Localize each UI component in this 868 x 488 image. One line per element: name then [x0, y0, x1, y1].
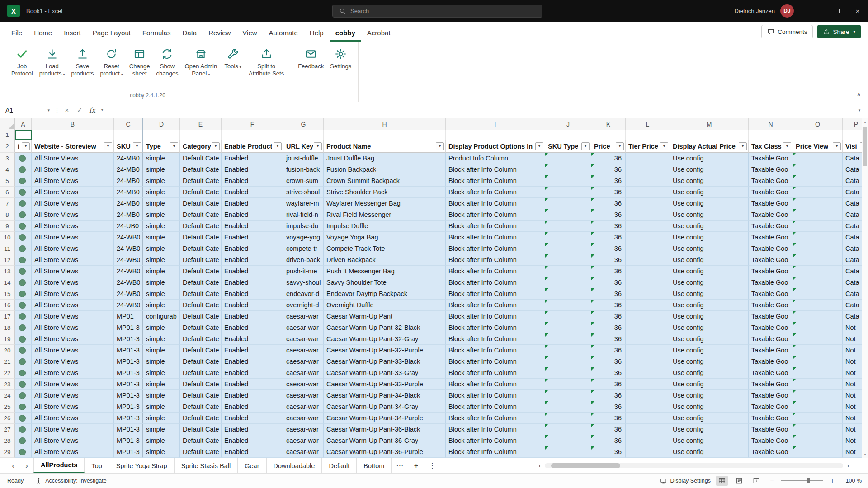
row-header-19[interactable]: 19: [0, 333, 15, 345]
cell-E16[interactable]: Default Cate: [180, 300, 222, 311]
row-header-18[interactable]: 18: [0, 322, 15, 333]
cell-L29[interactable]: [626, 446, 670, 458]
cell-M25[interactable]: Use config: [670, 401, 749, 413]
cell-F3[interactable]: Enabled: [222, 153, 283, 164]
row-header-5[interactable]: 5: [0, 175, 15, 187]
cell-D23[interactable]: simple: [143, 379, 180, 390]
cell-J4[interactable]: [545, 164, 591, 175]
cell-A18[interactable]: [15, 322, 32, 333]
column-header-G[interactable]: G: [283, 118, 324, 130]
cell-B14[interactable]: All Store Views: [32, 277, 114, 288]
cell-H27[interactable]: Caesar Warm-Up Pant-36-Black: [324, 424, 446, 435]
cell-J5[interactable]: [545, 175, 591, 187]
cell-D10[interactable]: simple: [143, 232, 180, 243]
cell-B29[interactable]: All Store Views: [32, 446, 114, 458]
cell-K21[interactable]: 36: [591, 356, 626, 367]
cell-O28[interactable]: [793, 435, 843, 446]
cell-N14[interactable]: Taxable Goo: [749, 277, 793, 288]
cell-A22[interactable]: [15, 367, 32, 379]
cell-C14[interactable]: 24-WB0: [114, 277, 143, 288]
cell-D17[interactable]: configurab: [143, 311, 180, 322]
cell-O1[interactable]: [793, 130, 843, 140]
cell-F8[interactable]: Enabled: [222, 209, 283, 221]
cell-K20[interactable]: 36: [591, 345, 626, 356]
page-break-view-button[interactable]: [750, 476, 762, 486]
cell-J20[interactable]: [545, 345, 591, 356]
cell-E23[interactable]: Default Cate: [180, 379, 222, 390]
cell-I3[interactable]: Product Info Column: [446, 153, 545, 164]
cell-D26[interactable]: simple: [143, 413, 180, 424]
cell-B19[interactable]: All Store Views: [32, 333, 114, 345]
cell-D21[interactable]: simple: [143, 356, 180, 367]
cell-B8[interactable]: All Store Views: [32, 209, 114, 221]
zoom-out-button[interactable]: −: [768, 477, 776, 484]
cell-O8[interactable]: [793, 209, 843, 221]
cell-N9[interactable]: Taxable Goo: [749, 221, 793, 232]
column-header-O[interactable]: O: [793, 118, 843, 130]
cell-J28[interactable]: [545, 435, 591, 446]
cell-L19[interactable]: [626, 333, 670, 345]
cell-M18[interactable]: Use config: [670, 322, 749, 333]
ribbon-button-settings[interactable]: Settings: [327, 43, 354, 71]
row-header-29[interactable]: 29: [0, 446, 15, 458]
cell-K12[interactable]: 36: [591, 254, 626, 266]
cell-M11[interactable]: Use config: [670, 243, 749, 254]
cell-O17[interactable]: [793, 311, 843, 322]
cell-N11[interactable]: Taxable Goo: [749, 243, 793, 254]
cell-G8[interactable]: rival-field-n: [283, 209, 324, 221]
column-header-F[interactable]: F: [222, 118, 283, 130]
column-header-N[interactable]: N: [749, 118, 793, 130]
cell-M29[interactable]: Use config: [670, 446, 749, 458]
cell-F21[interactable]: Enabled: [222, 356, 283, 367]
cell-A16[interactable]: [15, 300, 32, 311]
cell-M10[interactable]: Use config: [670, 232, 749, 243]
cell-B1[interactable]: [32, 130, 114, 140]
cell-I11[interactable]: Block after Info Column: [446, 243, 545, 254]
zoom-in-button[interactable]: +: [828, 477, 836, 484]
cell-L26[interactable]: [626, 413, 670, 424]
cell-M22[interactable]: Use config: [670, 367, 749, 379]
cell-E25[interactable]: Default Cate: [180, 401, 222, 413]
cell-B6[interactable]: All Store Views: [32, 187, 114, 198]
cell-K29[interactable]: 36: [591, 446, 626, 458]
cell-A20[interactable]: [15, 345, 32, 356]
cell-N10[interactable]: Taxable Goo: [749, 232, 793, 243]
row-header-26[interactable]: 26: [0, 413, 15, 424]
cell-G29[interactable]: caesar-war: [283, 446, 324, 458]
cell-E26[interactable]: Default Cate: [180, 413, 222, 424]
cell-O12[interactable]: [793, 254, 843, 266]
cell-K18[interactable]: 36: [591, 322, 626, 333]
column-header-B[interactable]: B: [32, 118, 114, 130]
cell-F10[interactable]: Enabled: [222, 232, 283, 243]
cell-I19[interactable]: Block after Info Column: [446, 333, 545, 345]
page-layout-view-button[interactable]: [733, 476, 745, 486]
menu-tab-insert[interactable]: Insert: [58, 24, 87, 42]
cell-K24[interactable]: 36: [591, 390, 626, 401]
cell-K16[interactable]: 36: [591, 300, 626, 311]
cell-E7[interactable]: Default Cate: [180, 198, 222, 209]
cell-L5[interactable]: [626, 175, 670, 187]
cell-N19[interactable]: Taxable Goo: [749, 333, 793, 345]
filter-button-i[interactable]: ▾: [22, 142, 30, 150]
row-header-23[interactable]: 23: [0, 379, 15, 390]
cell-D15[interactable]: simple: [143, 288, 180, 300]
filter-button-product-name[interactable]: ▾: [436, 142, 444, 150]
formula-input[interactable]: [106, 102, 851, 118]
cell-F23[interactable]: Enabled: [222, 379, 283, 390]
cell-G12[interactable]: driven-back: [283, 254, 324, 266]
column-header-L[interactable]: L: [626, 118, 670, 130]
header-cell-H[interactable]: Product Name▾: [324, 140, 446, 153]
cell-N4[interactable]: Taxable Goo: [749, 164, 793, 175]
cell-C23[interactable]: MP01-3: [114, 379, 143, 390]
cell-E5[interactable]: Default Cate: [180, 175, 222, 187]
menu-tab-data[interactable]: Data: [176, 24, 203, 42]
cell-O25[interactable]: [793, 401, 843, 413]
cell-J26[interactable]: [545, 413, 591, 424]
cell-G16[interactable]: overnight-d: [283, 300, 324, 311]
cell-N26[interactable]: Taxable Goo: [749, 413, 793, 424]
normal-view-button[interactable]: [716, 476, 728, 486]
add-sheet-button[interactable]: +: [408, 458, 424, 473]
cell-L3[interactable]: [626, 153, 670, 164]
ribbon-button-open-admin-panel[interactable]: Open AdminPanel▾: [182, 43, 221, 79]
cell-A15[interactable]: [15, 288, 32, 300]
